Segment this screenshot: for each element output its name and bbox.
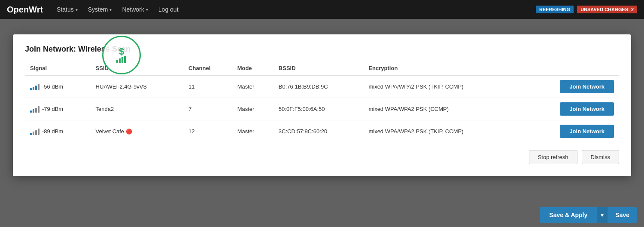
table-row: -56 dBm HUAWEI-2.4G-9vVS 11 Master B0:76…	[25, 75, 619, 98]
save-apply-dropdown-button[interactable]: ▾	[597, 207, 607, 223]
bottom-bar: Save & Apply ▾ Save	[533, 203, 644, 227]
signal-value: -89 dBm	[42, 128, 63, 135]
save-button[interactable]: Save	[607, 207, 637, 223]
join-network-button[interactable]: Join Network	[560, 125, 614, 138]
col-ssid: SSID	[91, 61, 183, 75]
signal-value: -56 dBm	[42, 83, 63, 90]
join-network-button[interactable]: Join Network	[560, 102, 614, 116]
status-arrow-icon: ▾	[76, 7, 78, 12]
mode-cell: Master	[232, 98, 273, 120]
join-cell: Join Network	[522, 120, 619, 143]
channel-cell: 7	[183, 98, 232, 120]
col-bssid: BSSID	[273, 61, 364, 75]
col-signal: Signal	[25, 61, 91, 75]
wireless-scan-modal: Join Network: Wireless Scan $	[13, 34, 631, 176]
signal-icon	[30, 128, 39, 135]
encryption-cell: mixed WPA/WPA2 PSK (TKIP, CCMP)	[363, 75, 522, 98]
page-background: Join Network: Wireless Scan $	[0, 19, 644, 227]
join-network-button[interactable]: Join Network	[560, 80, 614, 93]
modal-overlay: Join Network: Wireless Scan $	[0, 19, 644, 227]
bssid-cell: B0:76:1B:B9:DB:9C	[273, 75, 364, 98]
encryption-cell: mixed WPA/WPA2 PSK (TKIP, CCMP)	[363, 120, 522, 143]
channel-cell: 12	[183, 120, 232, 143]
refreshing-badge: REFRESHING	[536, 6, 574, 13]
mode-cell: Master	[232, 75, 273, 98]
bssid-cell: 3C:CD:57:9C:60:20	[273, 120, 364, 143]
modal-title: Join Network: Wireless Scan	[25, 45, 619, 54]
table-row: -79 dBm Tenda2 7 Master 50:0F:F5:00:6A:5…	[25, 98, 619, 120]
signal-cell: -89 dBm	[25, 120, 91, 143]
channel-cell: 11	[183, 75, 232, 98]
nav-logout[interactable]: Log out	[158, 6, 179, 13]
signal-icon	[30, 106, 39, 113]
col-channel: Channel	[183, 61, 232, 75]
nav-status[interactable]: Status ▾	[57, 6, 78, 13]
navbar-right: REFRESHING UNSAVED CHANGES: 2	[536, 6, 637, 13]
dismiss-button[interactable]: Dismiss	[582, 150, 620, 164]
join-cell: Join Network	[522, 75, 619, 98]
encryption-cell: mixed WPA/WPA2 PSK (CCMP)	[363, 98, 522, 120]
modal-footer: Stop refresh Dismiss	[25, 150, 619, 164]
table-row: -89 dBm Velvet Cafe 🔴 12 Master 3C:CD:57…	[25, 120, 619, 143]
ssid-cell: Velvet Cafe 🔴	[91, 120, 183, 143]
signal-value: -79 dBm	[42, 106, 63, 112]
scan-table: Signal SSID Channel Mode BSSID Encryptio…	[25, 61, 619, 142]
mode-cell: Master	[232, 120, 273, 143]
signal-icon	[30, 83, 39, 90]
ssid-cell: Tenda2	[91, 98, 183, 120]
unsaved-changes-badge: UNSAVED CHANGES: 2	[577, 6, 637, 13]
brand-logo: OpenWrt	[7, 5, 43, 15]
navbar: OpenWrt Status ▾ System ▾ Network ▾ Log …	[0, 0, 644, 19]
col-action	[522, 61, 619, 75]
system-arrow-icon: ▾	[109, 7, 112, 12]
stop-refresh-button[interactable]: Stop refresh	[529, 150, 577, 164]
save-apply-button[interactable]: Save & Apply	[540, 207, 597, 223]
ssid-cell: HUAWEI-2.4G-9vVS	[91, 75, 183, 98]
join-cell: Join Network	[522, 98, 619, 120]
network-arrow-icon: ▾	[146, 7, 148, 12]
col-encryption: Encryption	[363, 61, 522, 75]
bssid-cell: 50:0F:F5:00:6A:50	[273, 98, 364, 120]
signal-cell: -79 dBm	[25, 98, 91, 120]
col-mode: Mode	[232, 61, 273, 75]
nav-network[interactable]: Network ▾	[122, 6, 148, 13]
nav-system[interactable]: System ▾	[88, 6, 112, 13]
signal-cell: -56 dBm	[25, 75, 91, 98]
